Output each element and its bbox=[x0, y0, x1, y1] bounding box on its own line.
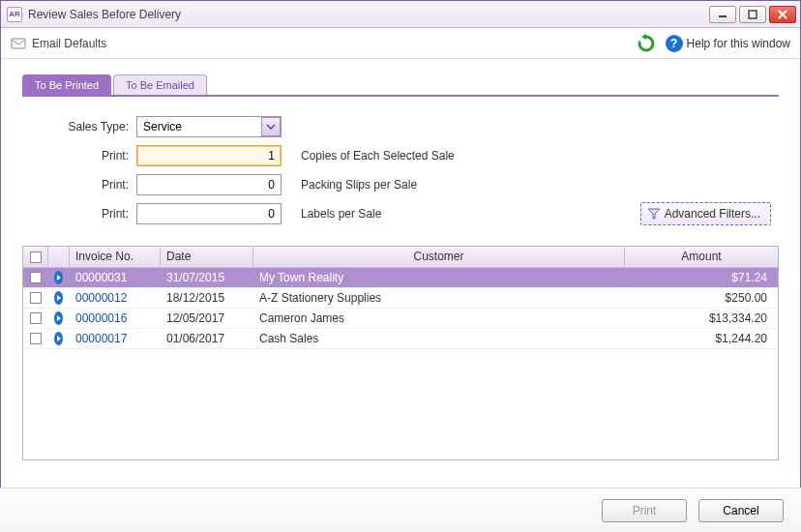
header-customer[interactable]: Customer bbox=[253, 247, 625, 267]
refresh-icon bbox=[637, 34, 656, 53]
sales-type-dropdown-button[interactable] bbox=[261, 117, 281, 136]
invoice-number-link[interactable]: 00000017 bbox=[70, 332, 161, 345]
labels-input[interactable] bbox=[136, 203, 282, 224]
invoice-amount: $13,334.20 bbox=[625, 311, 778, 325]
refresh-button[interactable] bbox=[635, 32, 658, 55]
row-checkbox-cell[interactable] bbox=[23, 272, 48, 283]
row-checkbox[interactable] bbox=[30, 333, 42, 344]
filter-icon bbox=[647, 207, 661, 221]
help-icon: ? bbox=[666, 35, 683, 52]
chevron-down-icon bbox=[266, 122, 276, 132]
invoice-date: 31/07/2015 bbox=[161, 271, 253, 284]
arrow-right-icon bbox=[54, 311, 63, 325]
header-invoice-no[interactable]: Invoice No. bbox=[70, 247, 161, 267]
grid-body: 0000003131/07/2015My Town Reality$71.240… bbox=[23, 268, 778, 349]
advanced-filters-button[interactable]: Advanced Filters... bbox=[640, 202, 771, 225]
row-checkbox-cell[interactable] bbox=[23, 292, 48, 304]
invoice-number-link[interactable]: 00000031 bbox=[70, 271, 161, 284]
titlebar: AR Review Sales Before Delivery bbox=[1, 1, 800, 28]
cancel-button[interactable]: Cancel bbox=[698, 499, 784, 522]
tab-underline bbox=[22, 95, 779, 97]
row-checkbox-cell[interactable] bbox=[23, 333, 48, 344]
labels-desc: Labels per Sale bbox=[301, 207, 381, 221]
svg-rect-1 bbox=[749, 11, 756, 18]
close-button[interactable] bbox=[769, 6, 796, 23]
grid-header: Invoice No. Date Customer Amount bbox=[23, 247, 778, 268]
row-open-cell[interactable] bbox=[48, 271, 70, 284]
packing-desc: Packing Slips per Sale bbox=[301, 178, 417, 192]
arrow-right-icon bbox=[54, 271, 63, 284]
invoice-amount: $71.24 bbox=[625, 271, 778, 284]
copies-input[interactable] bbox=[136, 145, 282, 166]
envelope-icon bbox=[11, 36, 26, 51]
packing-input[interactable] bbox=[136, 174, 282, 195]
select-all-checkbox[interactable] bbox=[30, 251, 42, 263]
copies-desc: Copies of Each Selected Sale bbox=[301, 149, 455, 163]
row-open-cell[interactable] bbox=[48, 291, 70, 305]
invoice-amount: $1,244.20 bbox=[625, 332, 778, 345]
tab-to-be-printed[interactable]: To Be Printed bbox=[22, 74, 111, 95]
row-checkbox[interactable] bbox=[30, 292, 42, 304]
customer-name: My Town Reality bbox=[253, 271, 625, 284]
header-date[interactable]: Date bbox=[161, 247, 253, 267]
toolbar: Email Defaults ? Help for this window bbox=[1, 28, 800, 59]
minimize-button[interactable] bbox=[709, 6, 736, 23]
invoice-date: 12/05/2017 bbox=[161, 311, 253, 325]
form-area: Sales Type: Print: Copies of Each Select… bbox=[22, 106, 779, 238]
table-row[interactable]: 0000003131/07/2015My Town Reality$71.24 bbox=[23, 268, 778, 288]
row-checkbox[interactable] bbox=[30, 312, 42, 324]
tab-to-be-emailed[interactable]: To Be Emailed bbox=[113, 74, 207, 95]
print-labels-label: Print: bbox=[30, 207, 136, 221]
advanced-filters-label: Advanced Filters... bbox=[665, 207, 760, 221]
email-defaults-label: Email Defaults bbox=[32, 37, 106, 50]
sales-type-label: Sales Type: bbox=[30, 120, 136, 133]
table-row[interactable]: 0000001612/05/2017Cameron James$13,334.2… bbox=[23, 309, 778, 329]
header-amount[interactable]: Amount bbox=[625, 247, 778, 267]
close-icon bbox=[778, 10, 787, 19]
footer: Print Cancel bbox=[0, 488, 801, 532]
row-open-cell[interactable] bbox=[48, 332, 70, 345]
print-packing-label: Print: bbox=[30, 178, 136, 192]
help-link[interactable]: ? Help for this window bbox=[666, 35, 790, 52]
row-checkbox-cell[interactable] bbox=[23, 312, 48, 324]
customer-name: Cash Sales bbox=[253, 332, 625, 345]
maximize-button[interactable] bbox=[739, 6, 766, 23]
invoice-date: 01/06/2017 bbox=[161, 332, 253, 345]
print-button[interactable]: Print bbox=[602, 499, 687, 522]
row-checkbox[interactable] bbox=[30, 272, 42, 283]
invoice-grid: Invoice No. Date Customer Amount 0000003… bbox=[22, 246, 779, 460]
invoice-number-link[interactable]: 00000016 bbox=[70, 311, 161, 325]
help-label: Help for this window bbox=[687, 37, 790, 50]
invoice-date: 18/12/2015 bbox=[161, 291, 253, 305]
print-copies-label: Print: bbox=[30, 149, 136, 163]
sales-type-field[interactable] bbox=[136, 116, 282, 137]
header-select-all[interactable] bbox=[23, 247, 48, 267]
customer-name: Cameron James bbox=[253, 311, 625, 325]
arrow-right-icon bbox=[54, 291, 63, 305]
arrow-right-icon bbox=[54, 332, 63, 345]
window-title: Review Sales Before Delivery bbox=[28, 8, 706, 21]
content: To Be Printed To Be Emailed Sales Type: … bbox=[1, 59, 800, 460]
app-icon: AR bbox=[7, 7, 22, 22]
sales-type-select[interactable] bbox=[136, 116, 282, 137]
row-open-cell[interactable] bbox=[48, 311, 70, 325]
tabs: To Be Printed To Be Emailed bbox=[22, 74, 779, 95]
table-row[interactable]: 0000001218/12/2015A-Z Stationery Supplie… bbox=[23, 288, 778, 309]
invoice-number-link[interactable]: 00000012 bbox=[70, 291, 161, 305]
email-defaults-link[interactable]: Email Defaults bbox=[11, 36, 106, 51]
table-row[interactable]: 0000001701/06/2017Cash Sales$1,244.20 bbox=[23, 329, 778, 349]
header-go bbox=[48, 247, 70, 267]
customer-name: A-Z Stationery Supplies bbox=[253, 291, 625, 305]
svg-rect-4 bbox=[12, 39, 25, 48]
invoice-amount: $250.00 bbox=[625, 291, 778, 305]
minimize-icon bbox=[718, 10, 727, 19]
maximize-icon bbox=[748, 10, 757, 19]
